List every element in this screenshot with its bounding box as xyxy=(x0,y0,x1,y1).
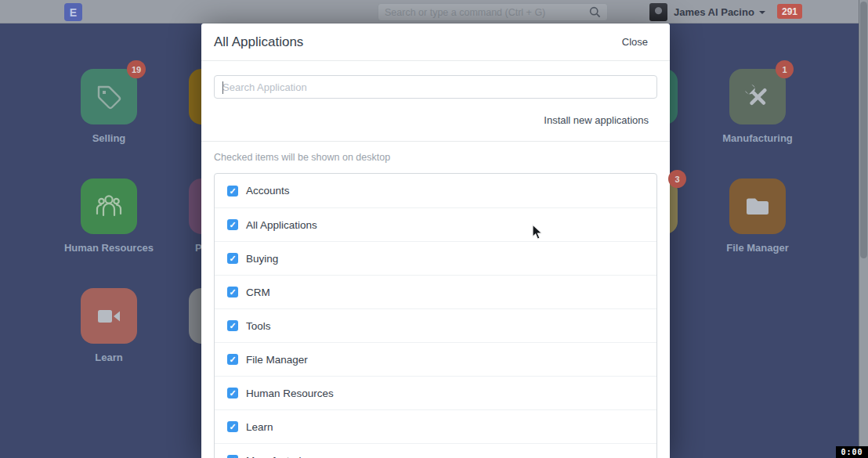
checkbox-checked[interactable] xyxy=(227,253,238,264)
checkbox-checked[interactable] xyxy=(227,354,238,365)
checkbox-checked[interactable] xyxy=(227,186,238,197)
section-divider xyxy=(201,141,670,142)
recording-timer: 0:00 xyxy=(836,446,868,458)
app-row-manufacturing[interactable]: Manufacturing xyxy=(215,443,656,458)
notification-badge[interactable]: 291 xyxy=(777,4,802,19)
user-name: James Al Pacino xyxy=(674,6,754,18)
app-row-tools[interactable]: Tools xyxy=(215,308,656,342)
tile-label-human-resources: Human Resources xyxy=(49,242,168,254)
modal-title: All Applications xyxy=(214,34,303,50)
desktop-tile-file-manager[interactable] xyxy=(729,179,786,234)
people-icon xyxy=(92,190,125,223)
navbar: E Search or type a command (Ctrl + G) Ja… xyxy=(0,0,868,23)
application-search-placeholder: Search Application xyxy=(222,81,307,93)
application-search-input[interactable]: Search Application xyxy=(214,75,657,99)
tile-label-file-manager: File Manager xyxy=(698,242,817,254)
chevron-down-icon xyxy=(759,11,765,14)
avatar xyxy=(649,3,667,21)
modal-header: All Applications Close xyxy=(201,23,670,61)
app-row-human-resources[interactable]: Human Resources xyxy=(215,376,656,409)
navbar-search-input[interactable]: Search or type a command (Ctrl + G) xyxy=(378,3,608,21)
checkbox-checked[interactable] xyxy=(227,219,238,230)
desktop-tile-selling[interactable] xyxy=(81,69,137,124)
video-camera-icon xyxy=(92,300,125,333)
wrench-screwdriver-icon xyxy=(741,81,774,114)
checkbox-checked[interactable] xyxy=(227,320,238,331)
checkbox-checked[interactable] xyxy=(227,388,238,398)
hidden-tile-count-badge: 3 xyxy=(668,170,686,188)
desktop-tile-human-resources[interactable] xyxy=(81,179,137,234)
search-icon xyxy=(589,6,601,18)
application-checkbox-list: Accounts All Applications Buying CRM Too… xyxy=(214,173,657,458)
app-viewport: 19 Selling Human Resources xyxy=(0,0,868,458)
user-menu[interactable]: James Al Pacino xyxy=(649,0,765,23)
folder-icon xyxy=(741,190,774,223)
mouse-pointer-icon xyxy=(532,224,544,241)
all-applications-modal: All Applications Close Search Applicatio… xyxy=(201,23,670,458)
app-row-all-applications[interactable]: All Applications xyxy=(215,207,656,241)
install-new-applications-link[interactable]: Install new applications xyxy=(214,114,649,126)
app-row-crm[interactable]: CRM xyxy=(215,275,656,308)
tile-label-learn: Learn xyxy=(49,352,168,363)
app-row-learn[interactable]: Learn xyxy=(215,409,656,443)
app-row-accounts[interactable]: Accounts xyxy=(215,174,656,207)
checkbox-checked[interactable] xyxy=(227,287,238,298)
checkbox-checked[interactable] xyxy=(227,455,238,458)
desktop-tile-manufacturing[interactable] xyxy=(729,69,786,124)
scrollbar-thumb[interactable] xyxy=(860,2,867,258)
app-row-file-manager[interactable]: File Manager xyxy=(215,342,656,376)
text-caret xyxy=(222,81,223,94)
tag-icon xyxy=(92,81,125,114)
tile-label-selling: Selling xyxy=(49,132,168,144)
desktop-tile-learn[interactable] xyxy=(81,288,137,344)
close-button[interactable]: Close xyxy=(622,36,648,48)
selling-count-badge: 19 xyxy=(127,60,146,78)
manufacturing-count-badge: 1 xyxy=(776,60,794,78)
checkbox-checked[interactable] xyxy=(227,421,238,432)
app-logo[interactable]: E xyxy=(64,3,82,21)
tile-label-manufacturing: Manufacturing xyxy=(698,132,817,144)
checked-items-hint: Checked items will be shown on desktop xyxy=(214,152,657,163)
modal-body: Search Application Install new applicati… xyxy=(201,61,670,458)
page-scrollbar[interactable] xyxy=(859,0,868,458)
navbar-search-placeholder: Search or type a command (Ctrl + G) xyxy=(385,7,589,18)
app-row-buying[interactable]: Buying xyxy=(215,241,656,275)
